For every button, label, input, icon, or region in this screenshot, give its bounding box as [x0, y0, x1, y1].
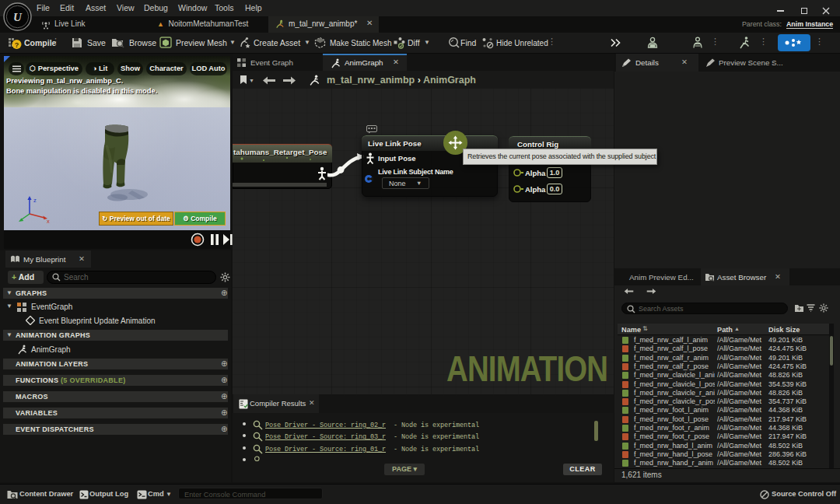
svg-text:U: U — [13, 11, 23, 23]
svg-text:x: x — [47, 218, 50, 224]
svg-text:?: ? — [15, 41, 19, 49]
svg-text:z: z — [33, 197, 37, 204]
